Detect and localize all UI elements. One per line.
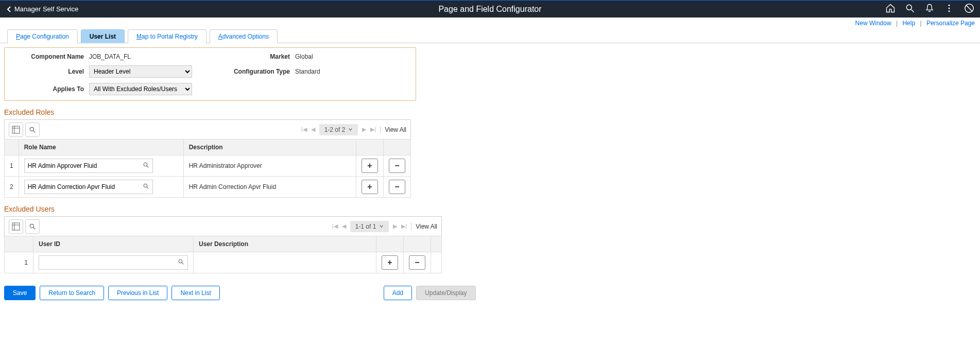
label-level: Level <box>12 68 89 75</box>
add-row-button[interactable]: + <box>382 255 398 270</box>
save-button[interactable]: Save <box>4 286 36 300</box>
footer-actions: Save Return to Search Previous in List N… <box>4 286 976 300</box>
label-applies-to: Applies To <box>12 85 89 93</box>
role-name-input[interactable] <box>24 180 153 194</box>
help-link[interactable]: Help <box>902 20 915 27</box>
search-icon[interactable] <box>905 3 915 15</box>
select-applies-to[interactable]: All With Excluded Roles/Users <box>89 83 192 95</box>
grid-excluded-roles: |◀ ◀ 1-2 of 2 ▶ ▶| View All Role Name De… <box>4 119 411 198</box>
svg-line-6 <box>966 5 973 12</box>
tab-advanced-options[interactable]: Advanced Options <box>210 29 278 43</box>
view-all-users[interactable]: View All <box>411 223 437 230</box>
chevron-down-icon <box>379 224 384 229</box>
page-counter-users[interactable]: 1-1 of 1 <box>350 221 389 232</box>
svg-line-1 <box>912 10 914 12</box>
next-page-icon[interactable]: ▶ <box>393 223 397 230</box>
delete-row-button[interactable]: − <box>389 159 405 173</box>
chevron-down-icon <box>348 127 353 132</box>
next-page-icon[interactable]: ▶ <box>362 126 366 133</box>
grid-toolbar-roles: |◀ ◀ 1-2 of 2 ▶ ▶| View All <box>4 119 411 139</box>
add-row-button[interactable]: + <box>362 180 378 194</box>
grid-excluded-users: |◀ ◀ 1-1 of 1 ▶ ▶| View All User ID User… <box>4 216 442 273</box>
svg-point-14 <box>144 184 147 187</box>
svg-line-22 <box>182 263 183 264</box>
view-all-roles[interactable]: View All <box>380 126 406 133</box>
lookup-icon[interactable] <box>143 162 149 170</box>
actions-menu-icon[interactable] <box>944 3 954 15</box>
first-page-icon[interactable]: |◀ <box>301 126 307 133</box>
back-button[interactable]: Manager Self Service <box>0 5 84 13</box>
personalize-link[interactable]: Personalize Page <box>926 20 975 27</box>
personalize-grid-icon[interactable] <box>9 219 23 234</box>
update-display-button[interactable]: Update/Display <box>416 286 475 300</box>
nav-icon[interactable] <box>964 3 975 15</box>
personalize-grid-icon[interactable] <box>9 123 23 137</box>
svg-point-12 <box>144 163 147 166</box>
prev-page-icon[interactable]: ◀ <box>342 223 346 230</box>
svg-rect-7 <box>12 126 20 133</box>
value-market: Global <box>295 53 313 60</box>
svg-point-21 <box>179 259 182 263</box>
add-button[interactable]: Add <box>384 286 412 300</box>
add-row-button[interactable]: + <box>362 159 378 173</box>
table-row: 1 + − <box>5 252 442 273</box>
home-icon[interactable] <box>885 3 896 15</box>
lookup-icon[interactable] <box>143 183 149 191</box>
svg-point-0 <box>906 5 912 10</box>
lookup-icon[interactable] <box>178 258 184 267</box>
tab-page-configuration[interactable]: Page Configuration <box>7 29 78 43</box>
svg-line-15 <box>147 187 148 188</box>
user-id-input[interactable] <box>39 255 188 270</box>
select-level[interactable]: Header Level <box>89 65 192 78</box>
last-page-icon[interactable]: ▶| <box>370 126 376 133</box>
chevron-left-icon <box>6 6 11 13</box>
app-header: Manager Self Service Page and Field Conf… <box>0 0 980 18</box>
svg-line-20 <box>33 227 36 229</box>
label-market: Market <box>202 53 295 60</box>
tab-user-list[interactable]: User List <box>81 29 125 43</box>
value-component-name: JOB_DATA_FL <box>89 53 131 60</box>
heading-excluded-roles: Excluded Roles <box>4 108 980 116</box>
col-user-id: User ID <box>33 236 194 252</box>
svg-point-4 <box>949 10 950 12</box>
back-label: Manager Self Service <box>14 5 78 13</box>
page-title: Page and Field Configurator <box>438 5 541 14</box>
delete-row-button[interactable]: − <box>389 180 405 194</box>
new-window-link[interactable]: New Window <box>855 20 891 27</box>
role-name-input[interactable] <box>24 159 153 173</box>
prev-page-icon[interactable]: ◀ <box>311 126 315 133</box>
svg-line-13 <box>147 166 148 167</box>
last-page-icon[interactable]: ▶| <box>401 223 407 230</box>
next-in-list-button[interactable]: Next in List <box>171 286 219 300</box>
col-user-desc: User Description <box>194 236 376 252</box>
find-icon[interactable] <box>25 219 40 234</box>
svg-line-11 <box>33 130 36 132</box>
svg-point-10 <box>30 127 33 131</box>
notifications-icon[interactable] <box>924 3 935 15</box>
svg-point-2 <box>949 5 950 6</box>
svg-point-19 <box>30 224 33 228</box>
label-config-type: Configuration Type <box>202 68 295 75</box>
table-row: 2 HR Admin Correction Apvr Fluid + − <box>5 177 411 198</box>
table-row: 1 HR Administrator Approver + − <box>5 155 411 177</box>
tabs: Page Configuration User List Map to Port… <box>0 29 980 43</box>
label-component-name: Component Name <box>12 53 89 60</box>
first-page-icon[interactable]: |◀ <box>332 223 338 230</box>
tab-map-portal[interactable]: Map to Portal Registry <box>128 29 207 43</box>
value-config-type: Standard <box>295 68 320 75</box>
header-icon-group <box>885 3 980 15</box>
col-role-desc: Description <box>183 140 356 155</box>
grid-toolbar-users: |◀ ◀ 1-1 of 1 ▶ ▶| View All <box>4 216 442 236</box>
top-links-bar: New Window | Help | Personalize Page <box>0 18 980 28</box>
col-role-name: Role Name <box>19 140 183 155</box>
delete-row-button[interactable]: − <box>409 255 425 270</box>
svg-rect-16 <box>12 223 20 230</box>
svg-point-3 <box>949 8 950 9</box>
component-info-box: Component Name JOB_DATA_FL Market Global… <box>4 47 416 101</box>
page-counter-roles[interactable]: 1-2 of 2 <box>319 124 358 135</box>
previous-in-list-button[interactable]: Previous in List <box>108 286 167 300</box>
find-icon[interactable] <box>25 123 40 137</box>
heading-excluded-users: Excluded Users <box>4 205 980 213</box>
return-search-button[interactable]: Return to Search <box>40 286 104 300</box>
